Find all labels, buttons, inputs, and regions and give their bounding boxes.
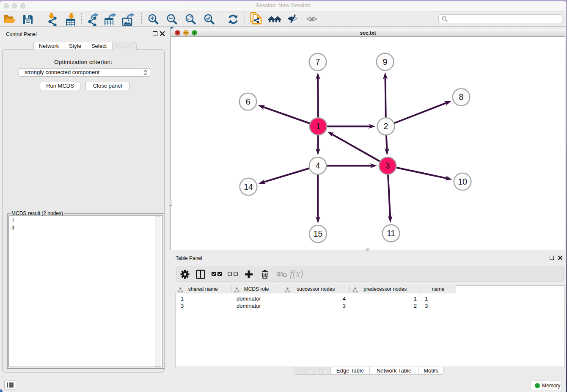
svg-text:15: 15 bbox=[314, 229, 323, 238]
svg-text:2: 2 bbox=[384, 121, 388, 131]
svg-text:6: 6 bbox=[246, 97, 250, 106]
svg-text:14: 14 bbox=[244, 182, 253, 191]
svg-text:1: 1 bbox=[316, 121, 321, 131]
svg-text:9: 9 bbox=[383, 57, 388, 66]
svg-text:8: 8 bbox=[459, 92, 464, 102]
svg-text:10: 10 bbox=[458, 177, 467, 186]
svg-text:3: 3 bbox=[385, 161, 390, 170]
svg-text:11: 11 bbox=[387, 229, 395, 238]
svg-text:7: 7 bbox=[316, 57, 320, 66]
svg-text:4: 4 bbox=[316, 161, 320, 170]
